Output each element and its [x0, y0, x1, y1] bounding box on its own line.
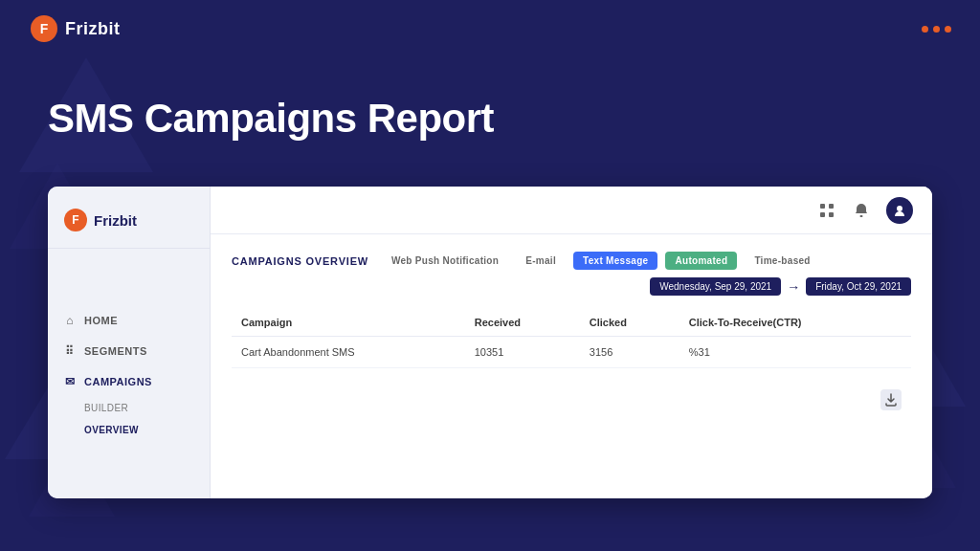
col-received: Received: [465, 309, 580, 337]
col-ctr: Click-To-Receive(CTR): [679, 309, 911, 337]
tab-email[interactable]: E-mail: [516, 252, 566, 270]
page-title: SMS Campaigns Report: [48, 96, 494, 142]
main-card: F Frizbit ⌂ HOME ⠿ SEGMENTS ✉ CAMPAIGNS …: [48, 187, 932, 498]
export-button[interactable]: [880, 389, 902, 410]
sidebar: F Frizbit ⌂ HOME ⠿ SEGMENTS ✉ CAMPAIGNS …: [48, 187, 211, 498]
date-range: Wednesday, Sep 29, 2021 → Friday, Oct 29…: [650, 277, 911, 296]
date-arrow: →: [787, 279, 800, 295]
segments-icon: ⠿: [63, 344, 77, 358]
content: CAMPAIGNS OVERVIEW Web Push Notification…: [211, 187, 932, 498]
dot-2: [933, 26, 940, 33]
sidebar-sub-builder[interactable]: BUILDER: [48, 398, 210, 418]
top-logo-text: Frizbit: [65, 19, 121, 39]
sidebar-item-home[interactable]: ⌂ HOME: [48, 306, 210, 335]
sidebar-item-campaigns[interactable]: ✉ CAMPAIGNS: [48, 367, 210, 396]
campaigns-area: CAMPAIGNS OVERVIEW Web Push Notification…: [211, 234, 932, 498]
campaigns-header: CAMPAIGNS OVERVIEW Web Push Notification…: [232, 252, 911, 296]
cell-ctr: %31: [679, 337, 911, 368]
sidebar-nav: ⌂ HOME ⠿ SEGMENTS ✉ CAMPAIGNS BUILDER OV…: [48, 306, 210, 440]
user-avatar[interactable]: [886, 197, 913, 224]
bell-icon[interactable]: [852, 201, 871, 220]
table-row: Cart Abandonment SMS103513156%31: [232, 337, 911, 368]
cell-received: 10351: [465, 337, 580, 368]
tab-time-based[interactable]: Time-based: [745, 252, 819, 270]
sidebar-logo: F Frizbit: [48, 196, 210, 249]
cell-campaign: Cart Abandonment SMS: [232, 337, 465, 368]
sidebar-sub-overview[interactable]: OVERVIEW: [48, 420, 210, 440]
sidebar-logo-icon: F: [63, 208, 88, 232]
campaigns-title: CAMPAIGNS OVERVIEW: [232, 255, 368, 267]
svg-rect-5: [829, 204, 834, 209]
sidebar-builder-label: BUILDER: [84, 403, 128, 413]
top-logo-icon: F: [29, 13, 59, 44]
sidebar-item-segments[interactable]: ⠿ SEGMENTS: [48, 337, 210, 365]
cell-clicked: 3156: [580, 337, 679, 368]
svg-rect-8: [860, 215, 863, 217]
sidebar-spacer: [48, 249, 210, 306]
grid-icon[interactable]: [817, 201, 836, 220]
tab-text-message[interactable]: Text Message: [573, 252, 657, 270]
svg-rect-7: [829, 212, 834, 217]
svg-rect-6: [820, 212, 825, 217]
tab-web-push[interactable]: Web Push Notification: [382, 252, 508, 270]
content-header: [211, 187, 932, 234]
sidebar-overview-label: OVERVIEW: [84, 425, 139, 435]
campaigns-icon: ✉: [63, 375, 77, 388]
sidebar-campaigns-label: CAMPAIGNS: [84, 376, 152, 387]
sidebar-segments-label: SEGMENTS: [84, 345, 147, 357]
svg-point-9: [897, 206, 902, 211]
date-to[interactable]: Friday, Oct 29, 2021: [806, 277, 911, 296]
svg-text:F: F: [72, 213, 78, 227]
dots-menu[interactable]: [922, 26, 951, 33]
report-table: Campaign Received Clicked Click-To-Recei…: [232, 309, 911, 368]
dot-3: [945, 26, 951, 33]
col-clicked: Clicked: [580, 309, 679, 337]
top-bar: F Frizbit: [0, 0, 980, 57]
svg-text:F: F: [40, 21, 49, 36]
home-icon: ⌂: [63, 314, 77, 327]
top-logo: F Frizbit: [29, 13, 121, 44]
date-from[interactable]: Wednesday, Sep 29, 2021: [650, 277, 781, 296]
dot-1: [922, 26, 928, 33]
table-header-row: Campaign Received Clicked Click-To-Recei…: [232, 309, 911, 337]
col-campaign: Campaign: [232, 309, 465, 337]
svg-rect-4: [820, 204, 825, 209]
sidebar-logo-text: Frizbit: [94, 212, 137, 229]
tab-automated[interactable]: Automated: [665, 252, 737, 270]
sidebar-home-label: HOME: [84, 315, 118, 326]
table-footer: [232, 382, 911, 410]
